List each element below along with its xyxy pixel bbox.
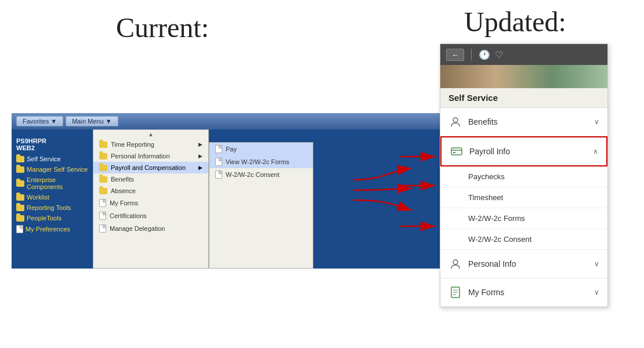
sidebar: PS9HRPRWEB2 Self Service Manager Self Se… — [12, 129, 93, 269]
dropdown-level1: ▲ Time Reporting ▶ Personal Information … — [93, 129, 209, 269]
legacy-menu: Favorites ▼ Main Menu ▼ PS9HRPRWEB2 Self… — [12, 113, 447, 269]
benefits-icon — [448, 115, 462, 129]
svg-point-1 — [453, 118, 458, 122]
heart-icon[interactable]: ♡ — [495, 49, 503, 60]
menu-l2-pay[interactable]: Pay — [209, 143, 313, 155]
folder-icon-4 — [16, 194, 24, 201]
svg-rect-4 — [453, 152, 455, 153]
menu-item-absence[interactable]: Absence — [93, 185, 208, 197]
benefits-chevron: ∨ — [594, 118, 599, 126]
folder-icon-ben — [99, 176, 107, 183]
main-area: PS9HRPRWEB2 Self Service Manager Self Se… — [12, 129, 447, 269]
menu-item-benefits[interactable]: Benefits — [93, 173, 208, 185]
current-label: Current: — [116, 12, 209, 44]
sub-item-timesheet[interactable]: Timesheet — [440, 187, 607, 208]
menu-l2-w2-consent[interactable]: W-2/W-2c Consent — [209, 168, 313, 181]
doc-icon-cert — [99, 212, 106, 220]
dropdown-level2: Pay View W-2/W-2c Forms W-2/W-2c Consent — [209, 142, 313, 269]
doc-icon-pay — [215, 145, 222, 153]
menu-l2-view-w2[interactable]: View W-2/W-2c Forms — [209, 155, 313, 168]
benefits-label: Benefits — [468, 117, 498, 126]
folder-icon-pi — [99, 153, 107, 160]
panel-title: Self Service — [440, 88, 607, 108]
doc-icon-del — [99, 224, 106, 233]
sidebar-item-preferences[interactable]: My Preferences — [12, 223, 93, 235]
updated-panel: ← 🕐 ♡ Self Service Benefits ∨ Payroll In… — [440, 44, 608, 307]
sub-item-w2-forms[interactable]: W-2/W-2c Forms — [440, 208, 607, 229]
payroll-sub-items: Paychecks Timesheet W-2/W-2c Forms W-2/W… — [440, 166, 607, 250]
folder-icon-pay — [99, 165, 107, 171]
panel-topbar: ← 🕐 ♡ — [440, 44, 607, 65]
menu-item-payroll-info[interactable]: Payroll Info ∧ — [440, 136, 607, 166]
personal-icon — [448, 257, 462, 271]
sidebar-item-manager[interactable]: Manager Self Service — [12, 164, 93, 175]
personal-chevron: ∨ — [594, 260, 599, 268]
menu-item-personal-info[interactable]: Personal Information ▶ — [93, 150, 208, 162]
svg-point-5 — [453, 260, 458, 264]
sidebar-item-reporting[interactable]: Reporting Tools — [12, 202, 93, 213]
menu-item-payroll[interactable]: Payroll and Compensation ▶ — [93, 162, 208, 173]
folder-icon-tr — [99, 142, 107, 148]
panel-cover-image — [440, 65, 607, 88]
sub-item-w2-consent[interactable]: W-2/W-2c Consent — [440, 229, 607, 249]
clock-icon[interactable]: 🕐 — [479, 49, 490, 60]
payroll-icon — [450, 144, 464, 158]
divider — [471, 49, 472, 60]
sidebar-item-peopletools[interactable]: PeopleTools — [12, 213, 93, 223]
menu-item-time-reporting[interactable]: Time Reporting ▶ — [93, 139, 208, 150]
payroll-chevron: ∧ — [593, 147, 598, 155]
menu-item-personal-info[interactable]: Personal Info ∨ — [440, 250, 607, 278]
back-button[interactable]: ← — [446, 49, 464, 61]
top-nav: Favorites ▼ Main Menu ▼ — [12, 113, 447, 129]
folder-icon-6 — [16, 215, 24, 222]
sub-item-paychecks[interactable]: Paychecks — [440, 166, 607, 187]
favorites-btn[interactable]: Favorites ▼ — [16, 116, 63, 126]
payroll-info-label: Payroll Info — [469, 147, 510, 156]
doc-icon-vw2 — [215, 158, 222, 166]
forms-chevron: ∨ — [594, 288, 599, 296]
sidebar-item-self-service[interactable]: Self Service — [12, 154, 93, 164]
menu-item-benefits[interactable]: Benefits ∨ — [440, 108, 607, 136]
doc-icon-w2c — [215, 171, 222, 179]
svg-rect-2 — [451, 148, 462, 155]
doc-icon — [16, 225, 23, 233]
folder-icon-2 — [16, 166, 24, 173]
updated-label: Updated: — [464, 6, 566, 38]
doc-icon-mf — [99, 199, 106, 207]
menu-item-certifications[interactable]: Certifications — [93, 209, 208, 222]
folder-icon-3 — [16, 180, 24, 187]
my-forms-label: My Forms — [468, 288, 504, 297]
forms-icon — [448, 285, 462, 299]
ps-label: PS9HRPRWEB2 — [12, 135, 93, 154]
folder-icon-abs — [99, 188, 107, 194]
sidebar-item-enterprise[interactable]: Enterprise Components — [12, 175, 93, 192]
personal-info-label: Personal Info — [468, 259, 516, 269]
menu-item-my-forms[interactable]: My Forms ∨ — [440, 278, 607, 307]
menu-item-myforms[interactable]: My Forms — [93, 197, 208, 209]
folder-icon-5 — [16, 205, 24, 211]
sidebar-item-worklist[interactable]: Worklist — [12, 192, 93, 202]
folder-icon — [16, 156, 24, 162]
main-menu-btn[interactable]: Main Menu ▼ — [66, 116, 118, 126]
menu-item-delegation[interactable]: Manage Delegation — [93, 222, 208, 235]
